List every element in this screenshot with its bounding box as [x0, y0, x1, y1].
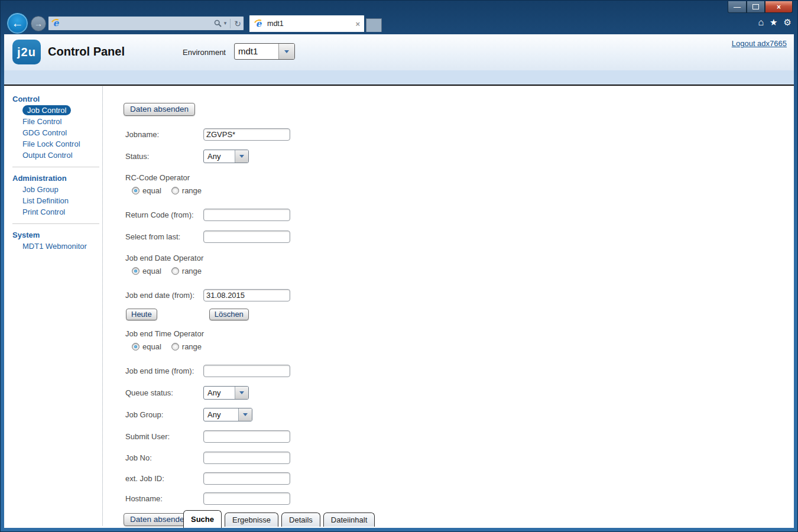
sidebar-item-job-group[interactable]: Job Group [12, 184, 102, 195]
submit-user-input[interactable] [203, 430, 290, 443]
job-no-label: Job No: [124, 453, 203, 462]
select-from-last-input[interactable] [203, 231, 290, 243]
jobname-label: Jobname: [124, 130, 203, 139]
jobname-input[interactable] [203, 128, 290, 141]
date-equal-label: equal [142, 267, 161, 275]
rc-operator-options: equal range [124, 183, 455, 197]
date-buttons-row: Heute Löschen [124, 309, 455, 323]
job-group-value: Any [204, 408, 238, 421]
loeschen-button[interactable]: Löschen [209, 309, 249, 320]
browser-toolbar-icons: ⌂ ★ ⚙ [758, 18, 791, 27]
time-equal-label: equal [142, 342, 161, 351]
tab-strip [4, 70, 794, 86]
address-bar[interactable]: e ▾ ↻ [48, 16, 244, 31]
chevron-down-icon [239, 391, 244, 397]
time-range-label: range [182, 342, 202, 351]
sidebar-item-gdg-control[interactable]: GDG Control [12, 127, 102, 138]
date-equal-radio[interactable] [132, 267, 140, 275]
address-separator [230, 19, 231, 28]
forward-button[interactable]: → [31, 16, 46, 31]
maximize-button[interactable] [747, 1, 765, 13]
search-dropdown-icon[interactable]: ▾ [224, 21, 227, 26]
ext-job-id-input[interactable] [203, 472, 290, 485]
chevron-down-icon [284, 50, 289, 56]
address-input[interactable] [61, 18, 214, 28]
sidebar-item-job-control[interactable]: Job Control [12, 105, 102, 116]
minimize-button[interactable]: — [728, 1, 747, 13]
job-group-label: Job Group: [124, 410, 203, 419]
status-value: Any [204, 150, 235, 163]
queue-status-value: Any [204, 387, 235, 399]
submit-user-label: Submit User: [124, 432, 203, 441]
time-range-radio[interactable] [171, 343, 179, 351]
favorites-star-icon[interactable]: ★ [770, 18, 777, 27]
tools-gear-icon[interactable]: ⚙ [784, 18, 791, 27]
queue-status-row: Queue status: Any [124, 382, 455, 404]
close-button[interactable]: × [765, 1, 793, 13]
tab-ergebnisse[interactable]: Ergebnisse [225, 512, 278, 527]
home-icon[interactable]: ⌂ [758, 18, 764, 27]
page-title: Control Panel [48, 45, 125, 59]
new-tab-button[interactable] [366, 18, 382, 32]
refresh-icon[interactable]: ↻ [234, 20, 241, 28]
rc-range-radio[interactable] [171, 187, 179, 194]
sidebar: Control Job Control File Control GDG Con… [12, 93, 102, 252]
sidebar-item-list-definition[interactable]: List Definition [12, 195, 102, 206]
hostname-input[interactable] [203, 492, 290, 505]
status-row: Status: Any [124, 145, 455, 167]
sidebar-divider [12, 223, 99, 224]
sidebar-item-output-control[interactable]: Output Control [12, 150, 102, 161]
time-operator-options: equal range [124, 339, 455, 353]
tab-details[interactable]: Details [281, 512, 320, 527]
queue-status-select[interactable]: Any [203, 386, 249, 400]
rc-range-label: range [182, 186, 202, 195]
job-no-input[interactable] [203, 452, 290, 464]
rc-equal-radio[interactable] [132, 187, 140, 194]
return-code-input[interactable] [203, 209, 290, 221]
environment-select[interactable]: mdt1 [234, 43, 295, 60]
sidebar-item-mdt1-webmonitor[interactable]: MDT1 Webmonitor [12, 241, 102, 252]
sidebar-item-print-control[interactable]: Print Control [12, 206, 102, 218]
job-end-date-input[interactable] [203, 289, 290, 301]
maximize-icon [752, 4, 759, 9]
status-select[interactable]: Any [203, 150, 249, 163]
submit-user-row: Submit User: [124, 426, 455, 447]
job-no-row: Job No: [124, 447, 455, 468]
environment-value: mdt1 [235, 44, 278, 59]
back-button[interactable]: ← [7, 12, 28, 34]
date-operator-label: Job end Date Operator [124, 252, 455, 264]
date-range-label: range [182, 267, 202, 275]
tab-dateiinhalt[interactable]: Dateiinhalt [323, 512, 375, 527]
back-arrow-icon: ← [12, 17, 24, 30]
job-end-date-label: Job end date (from): [124, 291, 203, 300]
sidebar-item-file-control[interactable]: File Control [12, 116, 102, 127]
job-group-dropdown-button[interactable] [238, 408, 252, 421]
date-range-radio[interactable] [171, 267, 179, 275]
browser-tab-mdt1[interactable]: e mdt1 × [249, 15, 365, 32]
status-dropdown-button[interactable] [235, 150, 248, 163]
tab-suche[interactable]: Suche [183, 510, 222, 528]
environment-dropdown-button[interactable] [278, 44, 294, 59]
browser-tab-title: mdt1 [267, 20, 352, 28]
status-label: Status: [124, 152, 203, 161]
address-bar-icons: ▾ ↻ [214, 19, 241, 28]
job-end-time-input[interactable] [203, 365, 290, 377]
submit-button-top[interactable]: Daten absenden [124, 103, 195, 116]
chevron-down-icon [243, 413, 248, 419]
heute-button[interactable]: Heute [126, 309, 157, 320]
tab-close-icon[interactable]: × [355, 20, 360, 28]
search-icon[interactable] [214, 20, 222, 27]
sidebar-divider [12, 167, 99, 167]
sidebar-section-control: Control [12, 93, 102, 105]
date-operator-options: equal range [124, 264, 455, 278]
job-group-select[interactable]: Any [203, 408, 252, 421]
browser-window: — × ← → e ▾ ↻ e mdt1 × ⌂ ★ ⚙ j2u Cont [0, 0, 798, 532]
return-code-row: Return Code (from): [124, 204, 455, 226]
logout-link[interactable]: Logout adx7665 [732, 39, 787, 48]
select-from-last-label: Select from last: [124, 232, 203, 241]
time-operator-label: Job end Time Operator [124, 327, 455, 339]
time-equal-radio[interactable] [132, 343, 140, 351]
sidebar-item-file-lock-control[interactable]: File Lock Control [12, 138, 102, 150]
sidebar-item-job-control-label: Job Control [22, 105, 71, 115]
queue-status-dropdown-button[interactable] [235, 387, 248, 399]
